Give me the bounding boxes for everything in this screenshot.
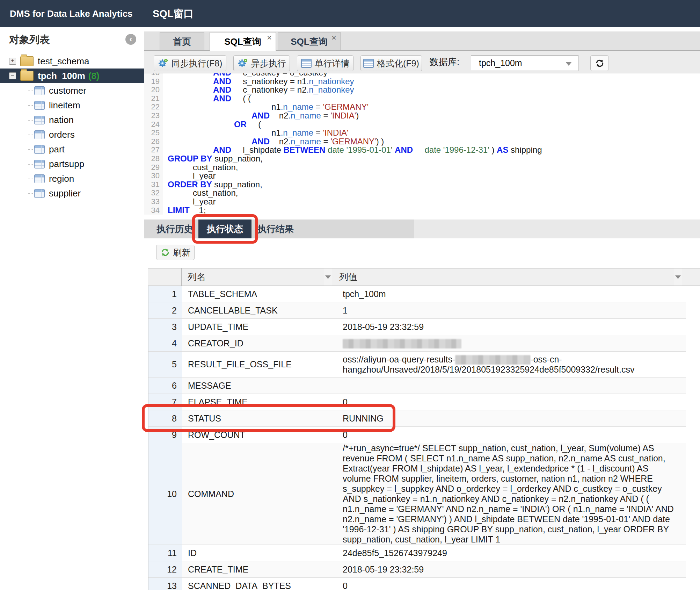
collapse-node-icon[interactable]: − — [9, 72, 16, 79]
window-title: SQL窗口 — [153, 0, 194, 27]
folder-icon — [20, 71, 34, 81]
tree-table-part[interactable]: part — [0, 142, 144, 157]
code-line: n1.n_name = 'INDIA' — [168, 129, 700, 137]
row-detail-label: 单行详情 — [315, 58, 350, 69]
editor-tab-1[interactable]: SQL查询× — [210, 32, 276, 51]
table-row-STATUS[interactable]: 8STATUSRUNNING — [148, 410, 686, 427]
tree-table-label: partsupp — [49, 159, 84, 170]
row-index: 6 — [148, 377, 182, 394]
row-index: 1 — [148, 286, 182, 302]
async-execute-button[interactable]: 异步执行 — [233, 55, 290, 71]
table-row-CREATE_TIME[interactable]: 12CREATE_TIME2018-05-19 23:32:59 — [148, 561, 686, 578]
table-row-ID[interactable]: 11ID24de85f5_1526743979249 — [148, 545, 686, 561]
column-value-cell: RUNNING — [336, 410, 686, 426]
app-title: DMS for Data Lake Analytics — [10, 0, 133, 27]
row-detail-button[interactable]: 单行详情 — [297, 55, 353, 71]
sql-editor[interactable]: 1819202122232425262728293031323334 AND c… — [144, 73, 700, 215]
column-name-cell: CREATE_TIME — [182, 561, 336, 577]
result-grid-body: 1TABLE_SCHEMAtpch_100m2CANCELLABLE_TASK1… — [148, 286, 686, 590]
editor-code[interactable]: AND c_custkey = o_custkeyAND s_nationkey… — [163, 73, 700, 215]
tree-table-region[interactable]: region — [0, 171, 144, 186]
top-bar: DMS for Data Lake Analytics SQL窗口 — [0, 0, 700, 27]
tree-schema-label: tpch_100m — [38, 71, 85, 81]
table-row-SCANNED_DATA_BYTES[interactable]: 13SCANNED_DATA_BYTES0 — [148, 578, 686, 590]
tree-table-label: region — [49, 173, 74, 184]
table-row-UPDATE_TIME[interactable]: 3UPDATE_TIME2018-05-19 23:32:59 — [148, 319, 686, 335]
column-name-filter-button[interactable] — [324, 268, 332, 286]
folder-icon — [20, 56, 34, 66]
format-button[interactable]: 格式化(F9) — [360, 55, 422, 71]
editor-tab-2[interactable]: SQL查询× — [278, 32, 341, 50]
tree-schema-tpch_100m[interactable]: −tpch_100m(8) — [0, 69, 144, 83]
result-tab-execution-result[interactable]: 执行结果 — [255, 220, 296, 238]
table-icon — [34, 86, 45, 95]
tree-table-lineitem[interactable]: lineitem — [0, 98, 144, 113]
tab-label: SQL查询 — [278, 33, 340, 51]
tree-table-orders[interactable]: orders — [0, 127, 144, 142]
close-icon[interactable]: × — [331, 34, 336, 42]
expand-node-icon[interactable]: + — [9, 58, 16, 65]
sync-execute-button[interactable]: 同步执行(F8) — [154, 55, 226, 71]
row-index: 11 — [148, 545, 182, 561]
table-row-ELAPSE_TIME[interactable]: 7ELAPSE_TIME0 — [148, 394, 686, 410]
table-row-CANCELLABLE_TASK[interactable]: 2CANCELLABLE_TASK1 — [148, 302, 686, 319]
row-index: 12 — [148, 561, 182, 577]
code-line: n1.n_name = 'GERMANY' — [168, 103, 700, 111]
chevron-down-icon — [675, 275, 681, 279]
tree-table-label: orders — [49, 129, 75, 140]
table-row-COMMAND[interactable]: 10COMMAND/*+run_async=true*/ SELECT supp… — [148, 443, 686, 545]
tree-table-customer[interactable]: customer — [0, 83, 144, 98]
column-name-cell: STATUS — [182, 410, 336, 426]
dms-window: DMS for Data Lake Analytics SQL窗口 对象列表 ‹… — [0, 0, 700, 590]
editor-gutter-inner: 1819202122232425262728293031323334 — [144, 73, 160, 215]
collapse-sidebar-button[interactable]: ‹ — [125, 34, 136, 45]
table-row-MESSAGE[interactable]: 6MESSAGE — [148, 377, 686, 394]
line-number: 28 — [144, 154, 160, 163]
code-line: l_year — [168, 172, 700, 180]
tree-table-label: part — [49, 144, 65, 155]
column-value-filter-button[interactable] — [674, 268, 682, 286]
table-row-RESULT_FILE_OSS_FILE[interactable]: 5RESULT_FILE_OSS_FILEoss://aliyun-oa-que… — [148, 352, 686, 377]
refresh-status-button[interactable]: 刷新 — [156, 245, 195, 260]
row-index: 10 — [148, 443, 182, 545]
code-line: GROUP BY supp_nation, — [168, 154, 700, 163]
line-number: 24 — [144, 120, 160, 129]
row-index: 3 — [148, 319, 182, 335]
tree-schema-test_schema[interactable]: +test_schema — [0, 54, 144, 69]
column-value-cell: 2018-05-19 23:32:59 — [336, 561, 686, 577]
tree-table-nation[interactable]: nation — [0, 113, 144, 127]
database-select[interactable]: tpch_100m — [471, 55, 578, 71]
tree-table-supplier[interactable]: supplier — [0, 186, 144, 201]
object-list-header: 对象列表 ‹ — [0, 27, 144, 52]
table-icon — [34, 145, 45, 154]
result-tab-execution-status[interactable]: 执行状态 — [198, 220, 251, 238]
result-tab-execution-history[interactable]: 执行历史 — [155, 220, 194, 238]
editor-tab-0[interactable]: 首页 — [160, 32, 204, 50]
sql-toolbar: 同步执行(F8) 异步执行 单行详情 格式化(F9) 数据库: tpch_100… — [144, 51, 700, 73]
redacted-value — [343, 339, 461, 348]
line-number: 30 — [144, 172, 160, 180]
line-number: 19 — [144, 77, 160, 86]
object-list-title: 对象列表 — [9, 27, 50, 52]
close-icon[interactable]: × — [267, 34, 272, 42]
table-row-ROW_COUNT[interactable]: 9ROW_COUNT0 — [148, 427, 686, 443]
refresh-green-icon — [160, 247, 170, 257]
code-line: AND c_nationkey = n2.n_nationkey — [168, 86, 700, 94]
table-row-CREATOR_ID[interactable]: 4CREATOR_ID — [148, 335, 686, 352]
line-number: 27 — [144, 146, 160, 154]
column-value-cell — [336, 335, 686, 351]
refresh-icon — [595, 58, 605, 68]
row-index: 8 — [148, 410, 182, 426]
column-value-cell: 0 — [336, 578, 686, 590]
code-line: l_year — [168, 197, 700, 206]
row-index: 5 — [148, 352, 182, 377]
table-icon — [34, 160, 45, 168]
column-name-cell: COMMAND — [182, 443, 336, 545]
tree-table-partsupp[interactable]: partsupp — [0, 157, 144, 171]
column-name-cell: RESULT_FILE_OSS_FILE — [182, 352, 336, 377]
reload-databases-button[interactable] — [590, 55, 609, 71]
code-line: AND l_shipdate BETWEEN date '1995-01-01'… — [168, 146, 700, 154]
table-icon — [34, 130, 45, 139]
code-line: AND s_nationkey = n1.n_nationkey — [168, 77, 700, 86]
table-row-TABLE_SCHEMA[interactable]: 1TABLE_SCHEMAtpch_100m — [148, 286, 686, 302]
